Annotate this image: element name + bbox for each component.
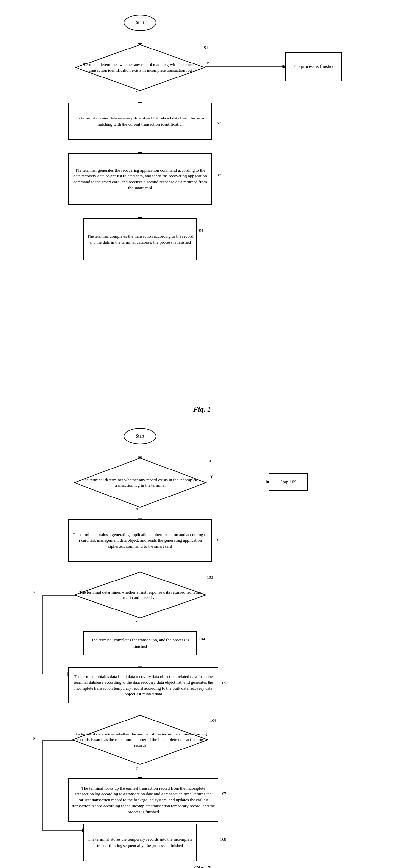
- fig1-s1-diamond: Terminal determines whether any record m…: [75, 44, 205, 91]
- fig1-s2-rect: The terminal obtains data recovery data …: [68, 102, 212, 140]
- fig2-103-label: 103: [207, 575, 213, 580]
- diagram-container: Start S1 Terminal determines whether any…: [0, 0, 404, 868]
- fig2-107-rect: The terminal looks up the earliest trans…: [68, 778, 218, 822]
- fig2-step109: Step 109: [269, 473, 308, 491]
- fig1-s4-label: S4: [199, 228, 203, 233]
- fig2-108-rect: The terminal stores the temporary record…: [83, 824, 197, 861]
- fig2-105-rect: The terminal obtains data build data rec…: [68, 668, 218, 703]
- fig2-102-label: 102: [215, 537, 222, 542]
- fig2-105-label: 105: [220, 680, 226, 686]
- fig2-106-n-label: N: [33, 736, 35, 741]
- fig2-103-n-label: N: [33, 589, 35, 594]
- fig1-s1-y-label: Y: [135, 90, 138, 95]
- fig2-106-diamond: The terminal determines whether the numb…: [72, 715, 208, 765]
- fig2-start: Start: [124, 428, 156, 444]
- fig2: Start 101 The terminal determines whethe…: [0, 420, 404, 868]
- fig1-process-finished: The process is finished: [285, 52, 342, 82]
- fig1-label: Fig. 1: [0, 405, 404, 413]
- fig2-106-y-label: Y: [135, 766, 138, 771]
- fig2-104-rect: The terminal completes the transaction, …: [83, 631, 197, 655]
- fig2-101-diamond: The terminal determines whether any reco…: [73, 458, 207, 508]
- fig2-107-label: 107: [220, 791, 226, 796]
- fig2-103-y-label: Y: [135, 619, 138, 624]
- fig1: Start S1 Terminal determines whether any…: [0, 6, 404, 420]
- fig1-s1-n-label: N: [207, 60, 210, 65]
- fig2-103-diamond: The terminal determines whether a first …: [73, 571, 207, 619]
- fig1-s3-rect: The terminal generates the recovering ap…: [68, 153, 212, 205]
- fig2-102-rect: The terminal obtains a generating applic…: [68, 519, 212, 562]
- fig2-108-label: 108: [220, 837, 226, 842]
- fig1-start: Start: [124, 14, 156, 31]
- fig2-label: Fig. 2: [0, 864, 404, 868]
- fig2-104-label: 104: [199, 637, 205, 642]
- fig2-106-label: 106: [210, 718, 217, 723]
- fig1-s4-rect: The terminal completes the transaction a…: [83, 218, 197, 260]
- fig1-s3-label: S3: [217, 173, 221, 178]
- fig1-s2-label: S2: [217, 121, 221, 126]
- fig2-101-label: 101: [207, 458, 213, 464]
- fig2-101-y-label: Y: [210, 474, 213, 479]
- fig2-101-n-label: N: [135, 506, 138, 512]
